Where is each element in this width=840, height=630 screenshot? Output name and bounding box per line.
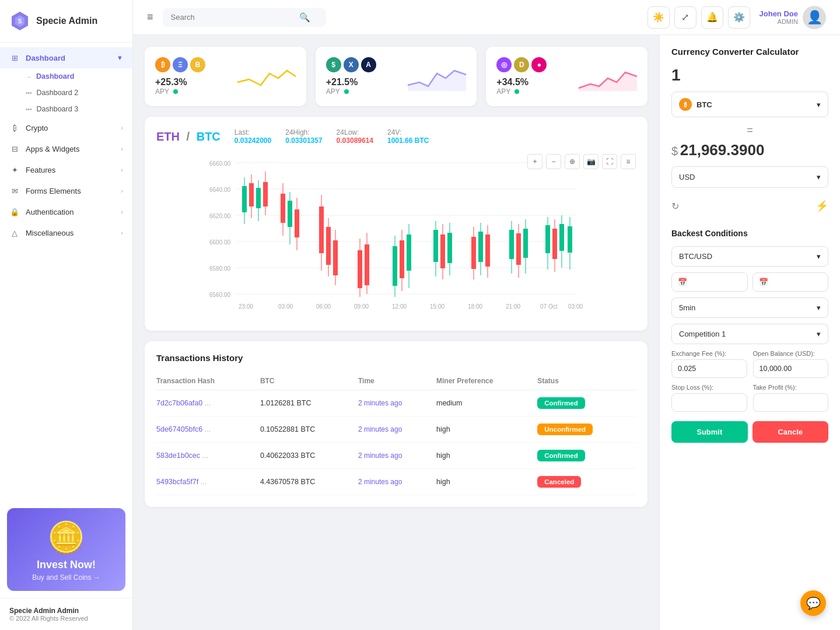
transactions-table: Transaction Hash BTC Time Miner Preferen… <box>156 372 636 495</box>
bolt-button[interactable]: ⚡ <box>816 200 828 212</box>
sidebar-item-crypto[interactable]: ₿ Crypto › <box>0 117 132 138</box>
fee-balance-row: Exchange Fee (%): Open Balance (USD): <box>671 350 828 378</box>
sidebar-item-dashboard[interactable]: ⊞ Dashboard ▼ <box>0 47 132 68</box>
svg-text:6560.00: 6560.00 <box>209 292 231 298</box>
competition-label: Competition 1 <box>679 330 726 338</box>
svg-text:03:00: 03:00 <box>568 303 583 310</box>
currency-to-select[interactable]: USD ▾ <box>671 166 828 188</box>
search-input[interactable] <box>171 13 299 22</box>
competition-dropdown-arrow: ▾ <box>817 330 821 338</box>
cancel-button[interactable]: Cancle <box>752 421 829 443</box>
interval-dropdown-arrow: ▾ <box>817 303 821 312</box>
candlestick-chart: 6660.00 6640.00 6620.00 6600.00 6580.00 … <box>156 154 636 317</box>
theme-button[interactable]: ☀️ <box>648 6 670 29</box>
calendar-from-icon: 📅 <box>678 278 687 286</box>
apy-dot-2 <box>344 89 349 94</box>
svg-rect-74 <box>523 229 528 258</box>
take-profit-group: Take Profit (%): <box>753 384 829 412</box>
sidebar-item-misc[interactable]: △ Miscellaneous › <box>0 222 132 243</box>
ada-icon: A <box>361 57 376 72</box>
btc-icon: ₿ <box>155 57 170 72</box>
date-from-input[interactable]: 📅 <box>671 272 748 292</box>
chat-bubble[interactable]: 💬 <box>800 590 826 616</box>
svg-text:23:00: 23:00 <box>239 303 253 310</box>
sidebar-item-features[interactable]: ✦ Features › <box>0 159 132 180</box>
sidebar-item-auth[interactable]: 🔒 Authentication › <box>0 201 132 222</box>
svg-rect-66 <box>478 232 483 262</box>
apy-dot-1 <box>173 89 178 94</box>
content: ₿ Ξ B +25.3% APY <box>133 35 840 630</box>
footer-name: Specie Admin Admin <box>9 607 123 615</box>
date-to-input[interactable]: 📅 <box>752 272 829 292</box>
svg-rect-78 <box>552 229 557 259</box>
svg-rect-70 <box>509 230 514 259</box>
zoom-in-button[interactable]: + <box>527 154 542 169</box>
fullscreen-chart-button[interactable]: ⛶ <box>602 154 617 169</box>
take-profit-input[interactable] <box>753 393 829 412</box>
tx-hash[interactable]: 5de67405bfc6 ... <box>156 416 260 443</box>
tx-time: 2 minutes ago <box>358 443 436 469</box>
transactions-section: Transactions History Transaction Hash BT… <box>145 341 648 507</box>
menu-button[interactable]: ≡ <box>147 11 153 23</box>
chart-controls: + − ⊕ 📷 ⛶ ≡ <box>527 154 636 169</box>
menu-chart-button[interactable]: ≡ <box>621 154 636 169</box>
take-profit-label: Take Profit (%): <box>753 384 829 391</box>
chevron-right-icon4: › <box>121 187 123 194</box>
btc-select-icon: ₿ <box>679 98 692 111</box>
interval-label: 5min <box>679 303 695 312</box>
chart-header: ETH / BTC Last: 0.03242000 24High: 0.033… <box>156 128 636 145</box>
sidebar-subitem-dashboard2[interactable]: ••• Dashboard 2 <box>0 85 132 101</box>
refresh-button[interactable]: ↻ <box>671 201 679 212</box>
col-miner: Miner Preference <box>436 372 537 390</box>
open-balance-input[interactable] <box>753 359 829 378</box>
fullscreen-button[interactable]: ⤢ <box>674 6 696 29</box>
svg-rect-68 <box>485 235 490 267</box>
nav: ⊞ Dashboard ▼ → Dashboard ••• Dashboard … <box>0 43 132 501</box>
pair-select[interactable]: BTC/USD ▾ <box>671 246 828 267</box>
avatar[interactable]: 👤 <box>803 6 826 29</box>
dashboard-icon: ⊞ <box>9 52 20 63</box>
sidebar-subitem-dashboard[interactable]: → Dashboard <box>0 68 132 85</box>
tx-hash[interactable]: 583de1b0cec ... <box>156 443 260 469</box>
dot-icon: ● <box>531 57 547 72</box>
high-value: 0.03301357 <box>285 136 322 145</box>
competition-select[interactable]: Competition 1 ▾ <box>671 324 828 344</box>
zoom-reset-button[interactable]: ⊕ <box>565 154 580 169</box>
invest-banner[interactable]: 🪙 Invest Now! Buy and Sell Coins → <box>7 508 125 591</box>
svg-text:6660.00: 6660.00 <box>209 160 231 167</box>
interval-select[interactable]: 5min ▾ <box>671 298 828 318</box>
forms-icon: ✉ <box>9 186 20 196</box>
chart-section: ETH / BTC Last: 0.03242000 24High: 0.033… <box>145 117 648 331</box>
stop-loss-input[interactable] <box>671 393 747 412</box>
date-from-field[interactable] <box>691 278 732 286</box>
svg-rect-64 <box>471 237 476 269</box>
camera-button[interactable]: 📷 <box>583 154 598 169</box>
tx-hash[interactable]: 7d2c7b06afa0 ... <box>156 390 260 416</box>
candlestick-container: + − ⊕ 📷 ⛶ ≡ 6660.00 6640.00 6620. <box>156 154 636 319</box>
coin-icons-3: ◎ D ● <box>496 57 547 72</box>
svg-rect-30 <box>249 183 254 206</box>
sol-icon: ◎ <box>496 57 512 72</box>
svg-rect-52 <box>393 246 397 286</box>
sidebar-item-forms[interactable]: ✉ Forms Elements › <box>0 180 132 201</box>
sidebar-subitem-dashboard3[interactable]: ••• Dashboard 3 <box>0 101 132 117</box>
submit-button[interactable]: Submit <box>671 421 748 443</box>
svg-rect-44 <box>326 227 331 265</box>
notifications-button[interactable]: 🔔 <box>701 6 723 29</box>
settings-button[interactable]: ⚙️ <box>728 6 750 29</box>
tx-hash[interactable]: 5493bcfa5f7f ... <box>156 469 260 495</box>
currency-from-select[interactable]: ₿ BTC ▾ <box>671 92 828 117</box>
exchange-fee-input[interactable] <box>671 359 747 378</box>
user-name: Johen Doe <box>760 9 798 18</box>
mini-chart-2 <box>408 62 466 91</box>
date-row: 📅 📅 <box>671 272 828 292</box>
bnb-icon: B <box>190 57 205 72</box>
svg-text:6580.00: 6580.00 <box>209 265 231 272</box>
equals-symbol: = <box>671 124 828 136</box>
dropdown-arrow2: ▾ <box>817 173 821 181</box>
sidebar-item-apps[interactable]: ⊟ Apps & Widgets › <box>0 138 132 159</box>
converter-title: Currency Converter Calculator <box>671 47 828 57</box>
stat-card-3: ◎ D ● +34.5% APY <box>486 47 648 106</box>
date-to-field[interactable] <box>772 278 813 286</box>
zoom-out-button[interactable]: − <box>546 154 561 169</box>
